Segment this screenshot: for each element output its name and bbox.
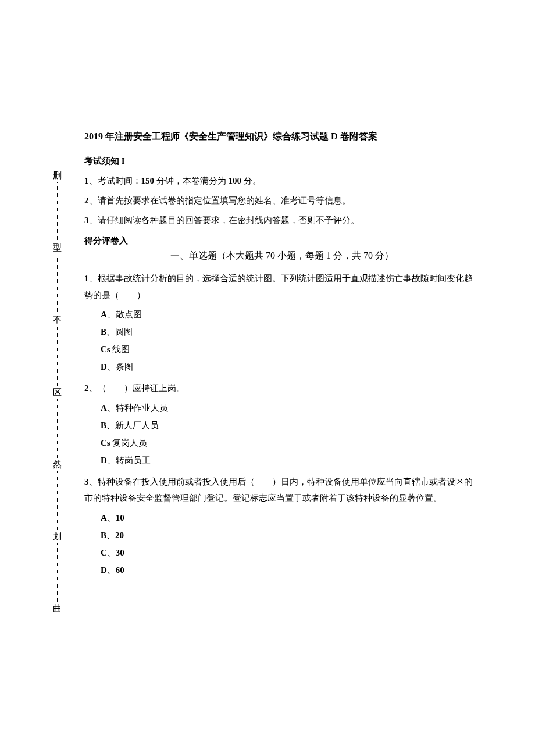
option-letter: B (101, 531, 106, 540)
options: A、10 B、20 C、30 D、60 (84, 509, 480, 579)
option: A、10 (84, 509, 480, 526)
option-letter: B (101, 421, 106, 430)
option-text: 条图 (116, 362, 133, 371)
question-stem: 2、（ ）应持证上岗。 (84, 380, 480, 397)
option: C、30 (84, 544, 480, 561)
margin-dots (57, 471, 58, 530)
margin-char: 区 (53, 388, 62, 397)
option-sep: 、 (107, 456, 116, 465)
option-text: 10 (116, 513, 124, 522)
question-stem: 1、根据事故统计分析的目的，选择合适的统计图。下列统计图适用于直观描述伤亡事故随… (84, 270, 480, 303)
margin-char: 不 (53, 316, 62, 324)
margin-dots (57, 399, 58, 458)
margin-char: 型 (53, 243, 62, 252)
page-content: 2019 年注册安全工程师《安全生产管理知识》综合练习试题 D 卷附答案 考试须… (84, 131, 480, 583)
question: 3、特种设备在投入使用前或者投入使用后（ ）日内，特种设备使用单位应当向直辖市或… (84, 474, 480, 579)
option-text: 圆图 (115, 327, 133, 336)
rule-number: 2 (84, 196, 89, 205)
option-letter: A (101, 310, 107, 319)
rule-text: 、请仔细阅读各种题目的回答要求，在密封线内答题，否则不予评分。 (89, 216, 359, 225)
option-text: 散点图 (116, 310, 142, 319)
question-text: 、特种设备在投入使用前或者投入使用后（ ）日内，特种设备使用单位应当向直辖市或者… (84, 477, 473, 503)
rule-text: 分钟，本卷满分为 (154, 176, 229, 185)
rule-bold: 150 (141, 176, 155, 185)
options: A、散点图 B、圆图 Cs 线图 D、条图 (84, 306, 480, 375)
margin-dots (57, 182, 58, 241)
option: D、转岗员工 (84, 452, 480, 469)
option-letter: D (101, 565, 107, 575)
vertical-margin-strip: 删 型 不 区 然 划 曲 (50, 171, 64, 613)
option-letter: D (101, 362, 107, 371)
question: 2、（ ）应持证上岗。 A、特种作业人员 B、新人厂人员 Cs 复岗人员 D、转… (84, 380, 480, 469)
option-text: 特种作业人员 (116, 403, 168, 413)
margin-char: 然 (53, 460, 62, 469)
notice-rule: 2、请首先按要求在试卷的指定位置填写您的姓名、准考证号等信息。 (84, 194, 480, 207)
option-text: 复岗人员 (112, 438, 147, 447)
option-letter: A (101, 403, 107, 413)
option: Cs 复岗人员 (84, 434, 480, 452)
option-text: 30 (116, 548, 124, 557)
option: B、圆图 (84, 323, 480, 341)
option-text: 新人厂人员 (115, 421, 159, 430)
option-sep: 、 (107, 548, 116, 557)
option: A、散点图 (84, 306, 480, 323)
rule-text: 、请首先按要求在试卷的指定位置填写您的姓名、准考证号等信息。 (89, 196, 351, 205)
option-text: 20 (115, 531, 124, 540)
option-sep: 、 (106, 421, 115, 430)
notice-rule: 3、请仔细阅读各种题目的回答要求，在密封线内答题，否则不予评分。 (84, 213, 480, 227)
option: D、60 (84, 561, 480, 579)
options: A、特种作业人员 B、新人厂人员 Cs 复岗人员 D、转岗员工 (84, 399, 480, 469)
option-sep: 、 (106, 531, 115, 540)
option-sep: 、 (107, 513, 116, 522)
option-text: 转岗员工 (116, 456, 151, 465)
notice-heading: 考试须知 I (84, 156, 480, 167)
question: 1、根据事故统计分析的目的，选择合适的统计图。下列统计图适用于直观描述伤亡事故随… (84, 270, 480, 375)
option-letter: C (101, 548, 107, 557)
rule-text: 分。 (241, 176, 261, 185)
option-sep: 、 (107, 565, 116, 575)
option: D、条图 (84, 358, 480, 375)
option-letter: D (101, 456, 107, 465)
scoring-label: 得分评卷入 (84, 235, 480, 246)
option-letter: A (101, 513, 107, 522)
option-letter: B (101, 327, 106, 336)
rule-number: 1 (84, 176, 89, 185)
question-text: 、根据事故统计分析的目的，选择合适的统计图。下列统计图适用于直观描述伤亡事故随时… (84, 274, 473, 300)
margin-char: 曲 (53, 604, 62, 613)
option-sep: 、 (106, 327, 115, 336)
margin-dots (57, 327, 58, 385)
option-text: 线图 (112, 345, 130, 354)
part-heading: 一、单选题（本大题共 70 小题，每题 1 分，共 70 分） (84, 250, 480, 262)
question-number: 1 (84, 274, 89, 283)
question-stem: 3、特种设备在投入使用前或者投入使用后（ ）日内，特种设备使用单位应当向直辖市或… (84, 474, 480, 507)
margin-dots (57, 543, 58, 602)
question-text: 、（ ）应持证上岗。 (89, 384, 185, 393)
margin-char: 划 (53, 532, 62, 541)
rule-number: 3 (84, 216, 89, 225)
rule-text: 、考试时间： (89, 176, 141, 185)
option-text: 60 (116, 565, 124, 575)
document-title: 2019 年注册安全工程师《安全生产管理知识》综合练习试题 D 卷附答案 (84, 131, 480, 143)
question-number: 3 (84, 477, 89, 486)
notice-rule: 1、考试时间：150 分钟，本卷满分为 100 分。 (84, 174, 480, 188)
option: B、20 (84, 526, 480, 544)
margin-char: 删 (53, 171, 62, 180)
rule-bold: 100 (229, 176, 242, 185)
option-sep: 、 (107, 310, 116, 319)
option: B、新人厂人员 (84, 417, 480, 434)
option: A、特种作业人员 (84, 399, 480, 417)
option-sep: 、 (107, 362, 116, 371)
option-sep: 、 (107, 403, 116, 413)
option: Cs 线图 (84, 341, 480, 358)
margin-dots (57, 255, 58, 313)
option-letter: Cs (101, 345, 110, 354)
option-letter: Cs (101, 438, 110, 447)
question-number: 2 (84, 384, 89, 393)
